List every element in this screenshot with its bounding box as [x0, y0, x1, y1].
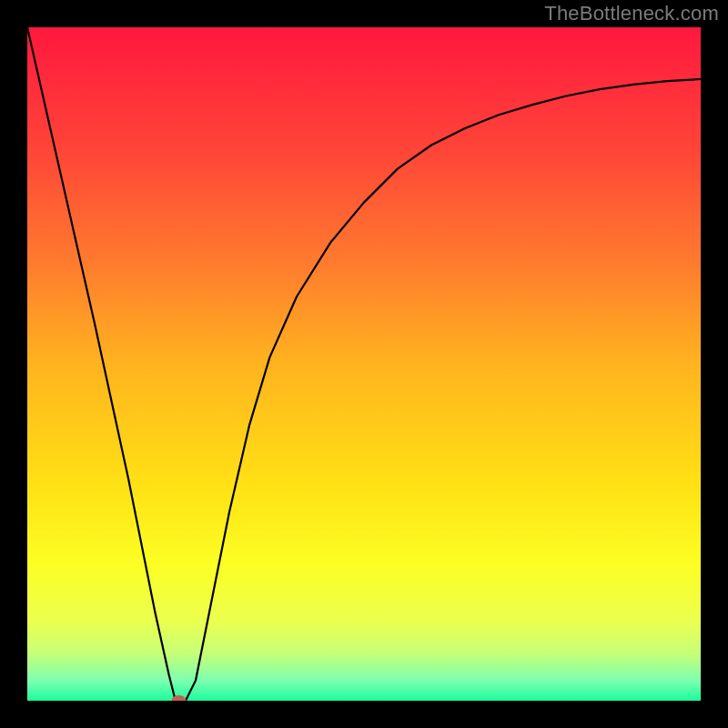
plot-area	[27, 27, 701, 701]
chart-svg	[27, 27, 701, 701]
gradient-background	[27, 27, 701, 701]
watermark-label: TheBottleneck.com	[544, 2, 719, 25]
chart-frame: TheBottleneck.com	[0, 0, 728, 728]
